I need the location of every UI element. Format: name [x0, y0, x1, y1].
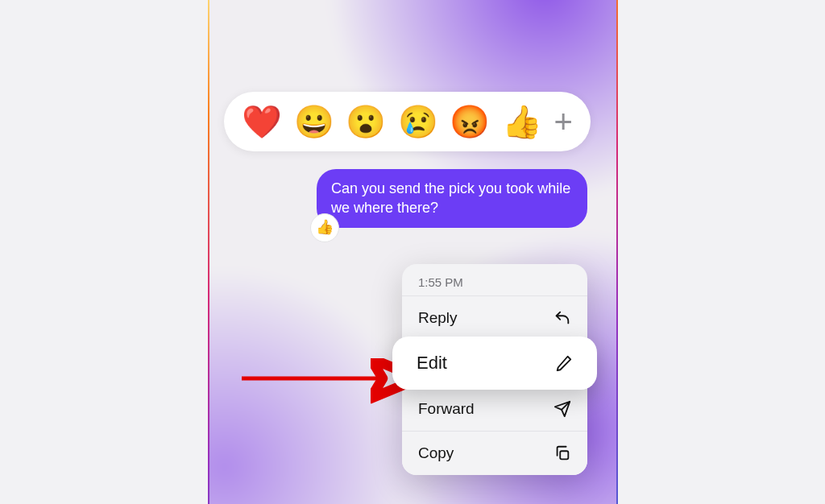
message-context-menu: 1:55 PM Reply Edit Forward Copy [402, 264, 587, 475]
thumbs-up-reaction[interactable]: 👍 [502, 105, 542, 138]
edit-label: Edit [417, 353, 447, 374]
laugh-reaction[interactable]: 😀 [294, 105, 334, 138]
chat-background: ❤️ 😀 😮 😢 😡 👍 + Can you send the pick you… [209, 0, 616, 504]
sad-reaction[interactable]: 😢 [398, 105, 438, 138]
copy-label: Copy [418, 444, 454, 462]
reply-icon [553, 309, 571, 327]
sent-message-bubble[interactable]: Can you send the pick you took while we … [317, 169, 587, 228]
menu-item-edit[interactable]: Edit [392, 337, 597, 390]
device-frame: ❤️ 😀 😮 😢 😡 👍 + Can you send the pick you… [208, 0, 618, 504]
menu-item-reply[interactable]: Reply [402, 295, 587, 340]
message-reaction-badge[interactable]: 👍 [310, 213, 339, 242]
surprised-reaction[interactable]: 😮 [346, 105, 386, 138]
message-timestamp: 1:55 PM [402, 264, 587, 295]
heart-reaction[interactable]: ❤️ [242, 105, 282, 138]
send-icon [553, 400, 571, 418]
menu-item-copy[interactable]: Copy [402, 431, 587, 475]
copy-icon [553, 444, 571, 462]
angry-reaction[interactable]: 😡 [450, 105, 490, 138]
forward-label: Forward [418, 400, 475, 418]
pencil-icon [555, 354, 573, 372]
menu-item-forward[interactable]: Forward [402, 386, 587, 431]
svg-rect-0 [560, 451, 568, 459]
more-reactions-button[interactable]: + [554, 105, 573, 138]
reaction-picker: ❤️ 😀 😮 😢 😡 👍 + [224, 92, 591, 151]
thumbs-up-icon: 👍 [316, 217, 334, 237]
reply-label: Reply [418, 309, 458, 327]
message-text: Can you send the pick you took while we … [331, 180, 570, 216]
